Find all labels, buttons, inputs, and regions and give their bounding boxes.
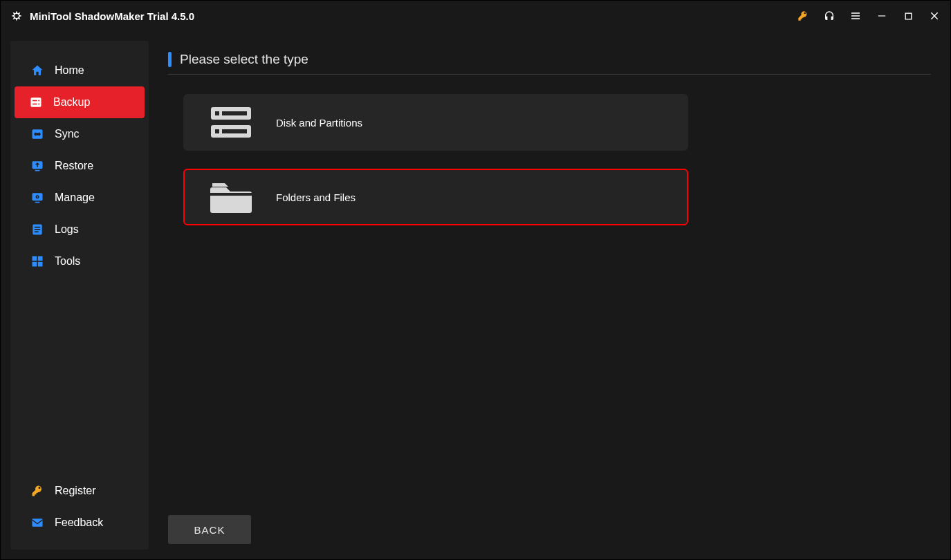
svg-point-5 xyxy=(38,100,39,102)
type-options: Disk and Partitions Folders and Files xyxy=(168,94,931,225)
svg-point-13 xyxy=(37,196,38,198)
sidebar-item-label: Feedback xyxy=(55,516,103,529)
main-footer: BACK xyxy=(168,501,931,544)
sidebar-item-backup[interactable]: Backup xyxy=(15,86,145,118)
svg-rect-3 xyxy=(33,100,37,102)
sidebar-item-label: Backup xyxy=(53,96,90,109)
svg-rect-1 xyxy=(905,13,912,19)
tools-icon xyxy=(30,254,45,269)
headset-icon[interactable] xyxy=(823,10,835,22)
svg-point-6 xyxy=(38,104,39,105)
svg-rect-28 xyxy=(222,129,247,133)
svg-rect-11 xyxy=(35,202,40,203)
section-header: Please select the type xyxy=(168,52,931,75)
sidebar: Home Backup Sync xyxy=(10,41,149,550)
manage-icon xyxy=(30,190,45,205)
sidebar-item-tools[interactable]: Tools xyxy=(16,245,143,277)
svg-rect-20 xyxy=(33,262,37,267)
svg-rect-15 xyxy=(35,227,40,228)
disk-partitions-icon xyxy=(207,102,255,143)
app-title: MiniTool ShadowMaker Trial 4.5.0 xyxy=(30,10,194,22)
svg-rect-27 xyxy=(215,129,219,133)
svg-rect-21 xyxy=(38,262,43,267)
sidebar-item-manage[interactable]: Manage xyxy=(16,182,143,214)
sidebar-item-label: Tools xyxy=(55,255,80,268)
option-label: Folders and Files xyxy=(276,192,356,203)
svg-rect-24 xyxy=(215,111,219,115)
svg-rect-2 xyxy=(31,97,41,106)
sync-icon xyxy=(30,127,45,142)
sidebar-item-restore[interactable]: Restore xyxy=(16,150,143,182)
minimize-icon[interactable] xyxy=(876,10,888,22)
feedback-mail-icon xyxy=(30,515,45,530)
option-disk-partitions[interactable]: Disk and Partitions xyxy=(183,94,688,151)
section-title: Please select the type xyxy=(180,52,308,67)
svg-rect-16 xyxy=(35,229,40,230)
key-icon[interactable] xyxy=(797,10,809,22)
backup-icon xyxy=(28,95,44,110)
sidebar-item-label: Manage xyxy=(55,192,95,204)
svg-rect-19 xyxy=(38,256,43,261)
folder-icon xyxy=(207,176,255,218)
main-content: Please select the type Disk xyxy=(149,31,950,559)
back-button[interactable]: BACK xyxy=(168,515,251,544)
sidebar-item-logs[interactable]: Logs xyxy=(16,214,143,245)
svg-rect-29 xyxy=(210,193,252,196)
register-key-icon xyxy=(30,483,45,498)
svg-rect-4 xyxy=(33,104,37,105)
sidebar-item-label: Logs xyxy=(55,223,79,236)
titlebar: MiniTool ShadowMaker Trial 4.5.0 xyxy=(1,1,950,31)
app-body: Home Backup Sync xyxy=(1,31,950,559)
sidebar-item-label: Sync xyxy=(55,128,80,140)
sidebar-item-label: Home xyxy=(55,64,84,77)
maximize-icon[interactable] xyxy=(902,10,914,22)
sidebar-item-home[interactable]: Home xyxy=(16,55,143,86)
option-folders-files[interactable]: Folders and Files xyxy=(183,169,688,225)
menu-icon[interactable] xyxy=(849,10,862,22)
svg-rect-0 xyxy=(878,15,886,16)
logs-icon xyxy=(30,222,45,237)
close-icon[interactable] xyxy=(928,10,941,22)
sidebar-bottom: Register Feedback xyxy=(10,475,149,550)
sidebar-item-feedback[interactable]: Feedback xyxy=(16,507,143,539)
option-label: Disk and Partitions xyxy=(276,117,362,129)
restore-icon xyxy=(30,158,45,174)
titlebar-left: MiniTool ShadowMaker Trial 4.5.0 xyxy=(10,10,194,22)
svg-rect-17 xyxy=(35,232,39,233)
sidebar-item-label: Restore xyxy=(55,160,93,172)
sidebar-nav: Home Backup Sync xyxy=(10,55,149,475)
svg-rect-22 xyxy=(33,519,43,527)
sidebar-item-sync[interactable]: Sync xyxy=(16,118,143,150)
section-accent-bar xyxy=(168,52,172,67)
svg-rect-18 xyxy=(33,256,37,261)
titlebar-right xyxy=(797,10,941,22)
home-icon xyxy=(30,63,45,78)
app-logo-icon xyxy=(10,10,23,22)
sidebar-item-label: Register xyxy=(55,485,96,497)
svg-rect-25 xyxy=(222,111,247,115)
svg-rect-9 xyxy=(35,170,40,171)
app-window: MiniTool ShadowMaker Trial 4.5.0 xyxy=(0,0,951,560)
sidebar-item-register[interactable]: Register xyxy=(16,475,143,507)
